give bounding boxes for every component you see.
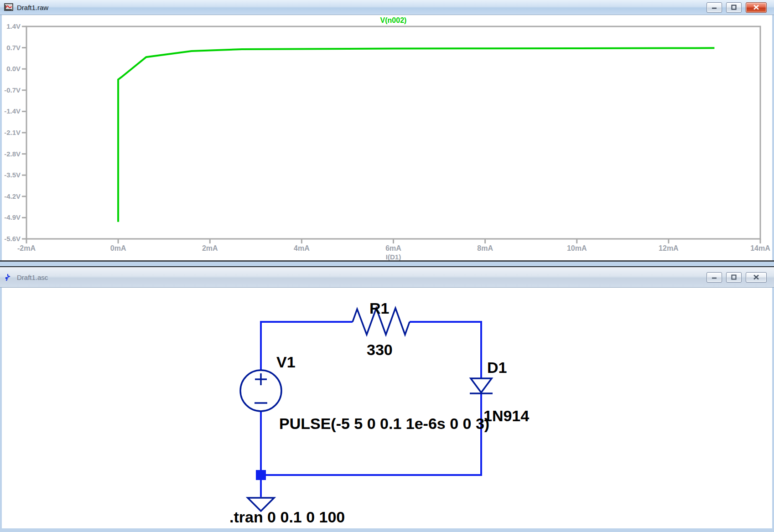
component-V1[interactable] — [240, 370, 281, 411]
wire[interactable] — [261, 394, 481, 475]
titlebar-draft1-raw[interactable]: Draft1.raw — [0, 0, 774, 15]
maximize-icon — [731, 274, 737, 280]
window-title-raw: Draft1.raw — [17, 4, 48, 11]
source-value-label[interactable]: PULSE(-5 5 0 0.1 1e-6s 0 0 3) — [279, 415, 489, 432]
y-tick-label: -5.6V — [4, 235, 21, 243]
window-border — [0, 288, 2, 528]
x-tick-label: 6mA — [385, 244, 401, 252]
schematic-pane[interactable]: R1330V1PULSE(-5 5 0 0.1 1e-6s 0 0 3)D11N… — [0, 288, 774, 528]
x-tick-label: 0mA — [110, 244, 126, 252]
plot-frame[interactable] — [26, 26, 760, 239]
y-tick-label: -2.1V — [4, 129, 21, 136]
window-controls-raw — [706, 0, 767, 15]
window-border — [0, 15, 2, 260]
x-tick-label: 2mA — [202, 244, 218, 252]
diode-ref-label[interactable]: D1 — [487, 359, 507, 376]
waveform-chart-icon[interactable] — [4, 3, 13, 12]
y-tick-label: -4.2V — [4, 192, 21, 200]
y-tick-label: -3.5V — [4, 171, 21, 179]
maximize-icon — [731, 5, 737, 10]
minimize-icon — [711, 275, 717, 279]
y-tick-label: -2.8V — [4, 150, 21, 158]
spice-directive-text[interactable]: .tran 0 0.1 0 100 — [229, 508, 345, 526]
diode-value-label[interactable]: 1N914 — [483, 407, 529, 424]
y-tick-label: 0.7V — [6, 44, 21, 52]
close-button[interactable] — [746, 2, 767, 13]
window-resize-border[interactable] — [0, 262, 774, 266]
y-tick-label: 1.4V — [6, 22, 21, 30]
x-tick-label: 10mA — [567, 244, 587, 252]
wire[interactable] — [261, 322, 353, 370]
source-ref-label[interactable]: V1 — [276, 353, 296, 371]
window-border — [772, 288, 774, 528]
close-icon — [753, 5, 759, 10]
x-tick-label: 8mA — [477, 244, 493, 252]
waveform-plot[interactable]: V(n002)1.4V0.7V0.0V-0.7V-1.4V-2.1V-2.8V-… — [0, 15, 774, 260]
titlebar-draft1-asc[interactable]: Draft1.asc — [0, 267, 774, 288]
x-tick-label: 4mA — [294, 244, 310, 252]
x-tick-label: 14mA — [750, 244, 770, 252]
desktop: Draft1.raw V(n002)1.4V0.7V0.0V-0.7V-1.4V… — [0, 0, 774, 532]
resistor-ref-label[interactable]: R1 — [369, 300, 389, 317]
y-tick-label: -4.9V — [4, 213, 21, 221]
schematic-icon-svg — [4, 273, 13, 282]
minimize-button[interactable] — [706, 2, 722, 13]
window-border — [772, 15, 774, 260]
close-icon — [753, 274, 759, 280]
plot-legend[interactable]: V(n002) — [380, 16, 407, 24]
diode-triangle[interactable] — [471, 378, 492, 393]
y-tick-label: -0.7V — [4, 86, 21, 94]
window-controls-asc — [706, 267, 767, 287]
waveform-chart-icon-svg — [4, 3, 13, 12]
waveform-pane[interactable]: V(n002)1.4V0.7V0.0V-0.7V-1.4V-2.1V-2.8V-… — [0, 15, 774, 260]
maximize-button[interactable] — [726, 2, 742, 13]
maximize-button[interactable] — [726, 272, 742, 283]
x-tick-label: 12mA — [659, 244, 679, 252]
minimize-icon — [711, 5, 717, 10]
x-axis-label: I(D1) — [386, 253, 401, 260]
window-title-asc: Draft1.asc — [17, 274, 48, 281]
close-button[interactable] — [746, 272, 767, 283]
component-D1[interactable] — [470, 378, 493, 393]
schematic-canvas[interactable]: R1330V1PULSE(-5 5 0 0.1 1e-6s 0 0 3)D11N… — [0, 288, 774, 528]
plus-sign — [255, 373, 267, 385]
x-tick-label: -2mA — [17, 244, 36, 252]
minimize-button[interactable] — [706, 272, 722, 283]
schematic-icon[interactable] — [4, 273, 13, 282]
resistor-value-label[interactable]: 330 — [367, 341, 393, 358]
wire[interactable] — [410, 322, 481, 378]
y-tick-label: -1.4V — [4, 107, 21, 115]
y-tick-label: 0.0V — [6, 65, 21, 72]
junction-node — [256, 470, 266, 480]
window-resize-border[interactable] — [0, 528, 774, 532]
